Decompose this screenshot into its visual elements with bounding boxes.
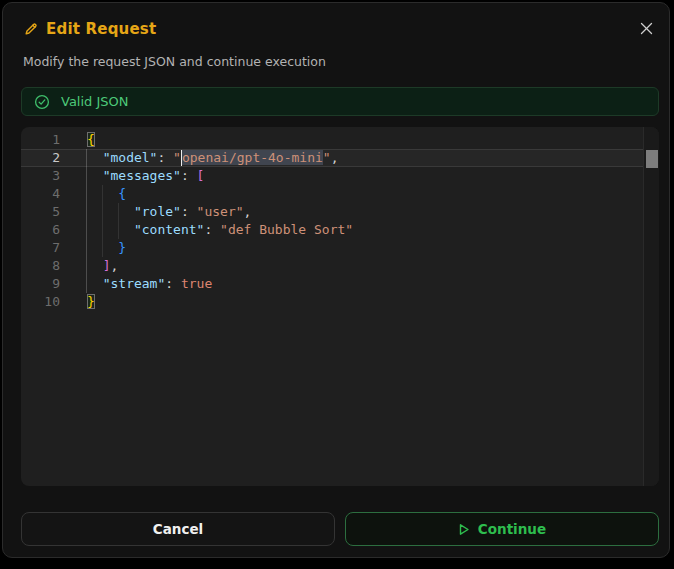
code-line: } xyxy=(21,239,643,257)
code-token: : xyxy=(181,204,197,219)
code-token: : xyxy=(181,168,197,183)
screen: Edit Request Modify the request JSON and… xyxy=(0,0,674,569)
code-line: "messages": [ xyxy=(21,167,643,185)
valid-json-label: Valid JSON xyxy=(61,94,129,109)
dialog-subtitle: Modify the request JSON and continue exe… xyxy=(23,54,326,69)
code-line: "stream": true xyxy=(21,275,643,293)
code-token: true xyxy=(181,276,212,291)
code-token: "user" xyxy=(197,204,244,219)
dialog-title: Edit Request xyxy=(46,20,156,38)
code-token: "role" xyxy=(134,204,181,219)
edit-request-dialog: Edit Request Modify the request JSON and… xyxy=(2,2,670,558)
code-token: : xyxy=(157,150,173,165)
close-icon xyxy=(640,22,653,35)
code-token xyxy=(87,168,103,183)
play-icon xyxy=(458,523,470,536)
close-button[interactable] xyxy=(633,15,659,41)
code-token: "def Bubble Sort" xyxy=(220,222,353,237)
continue-button[interactable]: Continue xyxy=(345,512,659,546)
json-editor[interactable]: 12345678910 { "model": "openai/gpt-4o-mi… xyxy=(21,127,659,486)
code-token: "content" xyxy=(134,222,204,237)
code-token: "messages" xyxy=(103,168,181,183)
code-token xyxy=(87,258,103,273)
editor-scrollbar[interactable] xyxy=(643,127,659,486)
code-token: , xyxy=(331,150,339,165)
code-token: { xyxy=(87,132,95,147)
code-lines[interactable]: { "model": "openai/gpt-4o-mini", "messag… xyxy=(21,131,643,311)
code-token xyxy=(87,276,103,291)
code-line: { xyxy=(21,185,643,203)
code-token xyxy=(87,222,134,237)
code-token: , xyxy=(110,258,118,273)
code-line: "content": "def Bubble Sort" xyxy=(21,221,643,239)
code-token: " xyxy=(323,150,331,165)
cancel-button[interactable]: Cancel xyxy=(21,512,335,546)
code-line: { xyxy=(21,131,643,149)
code-token: "stream" xyxy=(103,276,166,291)
code-line: } xyxy=(21,293,643,311)
code-token xyxy=(87,186,118,201)
code-token: " xyxy=(173,150,181,165)
code-token: } xyxy=(87,294,95,309)
cancel-label: Cancel xyxy=(153,521,203,537)
code-token: : xyxy=(165,276,181,291)
valid-json-badge: Valid JSON xyxy=(21,87,659,116)
code-token: [ xyxy=(197,168,205,183)
overview-ruler-marker xyxy=(646,150,658,168)
code-token: , xyxy=(244,204,252,219)
code-token: { xyxy=(118,186,126,201)
code-token xyxy=(87,240,118,255)
continue-label: Continue xyxy=(478,521,546,537)
selected-text: openai/gpt-4o-mini xyxy=(182,150,323,165)
code-line: ], xyxy=(21,257,643,275)
code-token xyxy=(87,150,103,165)
code-token: } xyxy=(118,240,126,255)
code-token: "model" xyxy=(103,150,158,165)
code-token: : xyxy=(204,222,220,237)
code-line: "role": "user", xyxy=(21,203,643,221)
pencil-icon xyxy=(23,21,39,37)
code-line: "model": "openai/gpt-4o-mini", xyxy=(21,149,643,167)
check-circle-icon xyxy=(34,94,50,110)
code-token xyxy=(87,204,134,219)
